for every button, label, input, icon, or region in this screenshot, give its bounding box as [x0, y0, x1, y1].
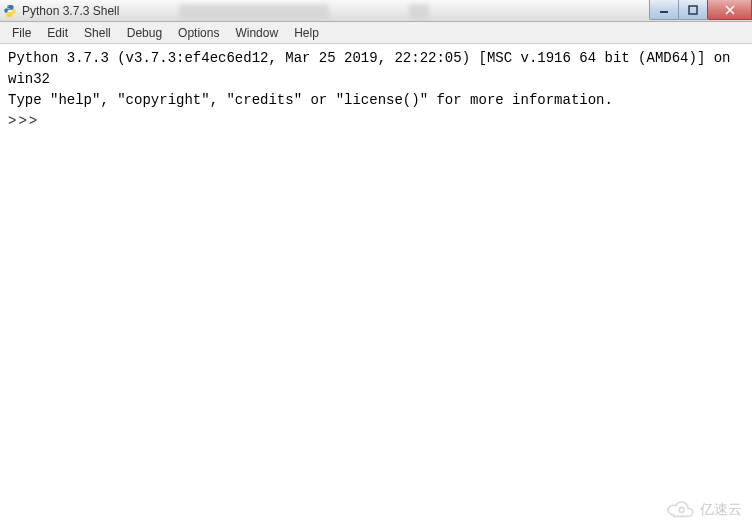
menu-window[interactable]: Window: [227, 24, 286, 42]
maximize-button[interactable]: [678, 0, 708, 20]
svg-rect-1: [689, 6, 697, 14]
close-button[interactable]: [707, 0, 752, 20]
window-title: Python 3.7.3 Shell: [22, 4, 119, 18]
menubar: File Edit Shell Debug Options Window Hel…: [0, 22, 752, 44]
shell-content[interactable]: Python 3.7.3 (v3.7.3:ef4ec6ed12, Mar 25 …: [0, 44, 752, 530]
blurred-region: [179, 4, 329, 18]
svg-point-2: [679, 508, 684, 513]
menu-file[interactable]: File: [4, 24, 39, 42]
python-icon: [2, 3, 18, 19]
cloud-icon: [664, 500, 696, 520]
menu-edit[interactable]: Edit: [39, 24, 76, 42]
menu-options[interactable]: Options: [170, 24, 227, 42]
shell-version-line: Python 3.7.3 (v3.7.3:ef4ec6ed12, Mar 25 …: [8, 48, 744, 90]
shell-help-line: Type "help", "copyright", "credits" or "…: [8, 90, 744, 111]
blurred-region: [409, 4, 429, 18]
menu-shell[interactable]: Shell: [76, 24, 119, 42]
menu-help[interactable]: Help: [286, 24, 327, 42]
menu-debug[interactable]: Debug: [119, 24, 170, 42]
minimize-button[interactable]: [649, 0, 679, 20]
watermark: 亿速云: [664, 500, 742, 520]
watermark-text: 亿速云: [700, 501, 742, 519]
window-controls: [650, 0, 752, 20]
shell-prompt: >>>: [8, 111, 744, 132]
titlebar: Python 3.7.3 Shell: [0, 0, 752, 22]
svg-rect-0: [660, 11, 668, 13]
